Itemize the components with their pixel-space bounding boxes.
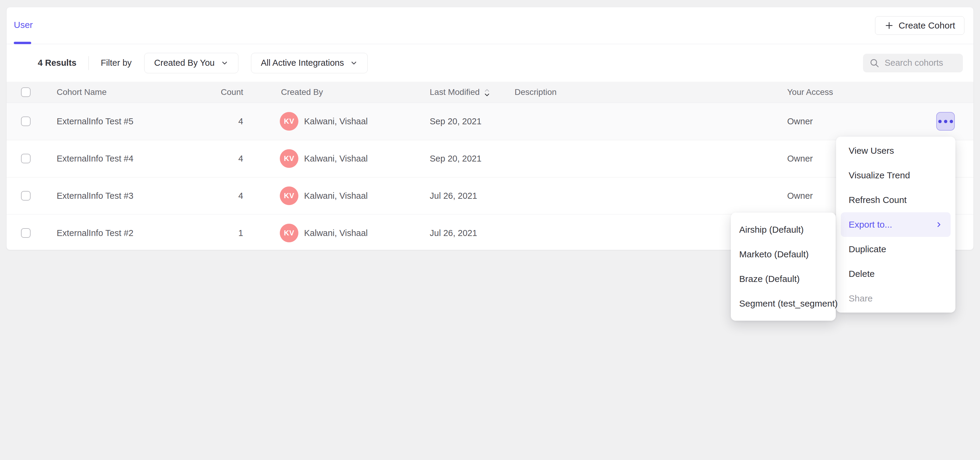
column-header-created-by: Created By [281, 87, 323, 97]
cohort-name-link[interactable]: ExternalInfo Test #4 [57, 154, 134, 164]
menu-item-delete[interactable]: Delete [836, 262, 955, 286]
cohort-count: 4 [175, 154, 243, 164]
row-actions-button[interactable] [936, 112, 955, 131]
filter-by-label: Filter by [101, 58, 132, 68]
checkbox-icon [21, 87, 30, 97]
select-all-checkbox[interactable] [21, 87, 30, 97]
row-checkbox[interactable] [21, 117, 30, 126]
avatar: KV [280, 112, 298, 131]
creator-name: Kalwani, Vishaal [304, 117, 368, 126]
column-header-cohort-name: Cohort Name [57, 87, 107, 97]
avatar-initials: KV [284, 229, 294, 237]
creator-name: Kalwani, Vishaal [304, 228, 368, 238]
menu-item-visualize-trend[interactable]: Visualize Trend [836, 163, 955, 188]
submenu-item-airship[interactable]: Airship (Default) [731, 217, 836, 242]
column-header-count: Count [175, 87, 243, 97]
row-checkbox[interactable] [21, 154, 30, 163]
last-modified-date: Jul 26, 2021 [430, 191, 477, 201]
tab-bar: User Create Cohort [6, 7, 974, 44]
chevron-down-icon [350, 59, 358, 67]
menu-item-duplicate[interactable]: Duplicate [836, 237, 955, 262]
created-by-filter-label: Created By You [154, 58, 215, 68]
search-box[interactable] [863, 54, 963, 72]
cohort-count: 4 [175, 117, 243, 126]
results-count: 4 Results [38, 58, 76, 68]
export-to-label: Export to... [849, 219, 892, 230]
avatar-initials: KV [284, 154, 294, 163]
create-cohort-label: Create Cohort [899, 21, 955, 30]
cohort-count: 1 [175, 228, 243, 238]
table-row: ExternalInfo Test #4 4 KV Kalwani, Visha… [6, 140, 974, 177]
search-icon [869, 58, 880, 69]
chevron-down-icon [221, 59, 229, 67]
avatar: KV [280, 224, 298, 242]
create-cohort-button[interactable]: Create Cohort [875, 16, 964, 35]
filter-toolbar: 4 Results Filter by Created By You All A… [6, 44, 974, 81]
cohort-name-link[interactable]: ExternalInfo Test #2 [57, 228, 134, 238]
creator-name: Kalwani, Vishaal [304, 191, 368, 201]
column-header-last-modified[interactable]: Last Modified [430, 87, 490, 97]
created-by-filter-dropdown[interactable]: Created By You [144, 53, 239, 73]
checkbox-icon [21, 191, 30, 201]
table-row: ExternalInfo Test #3 4 KV Kalwani, Visha… [6, 177, 974, 214]
cohort-count: 4 [175, 191, 243, 201]
last-modified-label: Last Modified [430, 87, 480, 97]
last-modified-date: Sep 20, 2021 [430, 154, 482, 164]
export-submenu: Airship (Default) Marketo (Default) Braz… [731, 212, 836, 321]
checkbox-icon [21, 117, 30, 126]
avatar: KV [280, 149, 298, 168]
table-header: Cohort Name Count Created By Last Modifi… [6, 81, 974, 103]
access-level: Owner [787, 117, 813, 126]
creator-name: Kalwani, Vishaal [304, 154, 368, 164]
menu-item-share: Share [836, 286, 955, 311]
submenu-item-marketo[interactable]: Marketo (Default) [731, 242, 836, 267]
cohort-name-link[interactable]: ExternalInfo Test #5 [57, 117, 134, 126]
row-checkbox[interactable] [21, 228, 30, 238]
column-header-your-access: Your Access [787, 87, 833, 97]
last-modified-date: Jul 26, 2021 [430, 228, 477, 238]
last-modified-date: Sep 20, 2021 [430, 117, 482, 126]
access-level: Owner [787, 191, 813, 201]
table-row: ExternalInfo Test #5 4 KV Kalwani, Visha… [6, 103, 974, 140]
avatar-initials: KV [284, 117, 294, 126]
menu-item-view-users[interactable]: View Users [836, 139, 955, 163]
menu-item-refresh-count[interactable]: Refresh Count [836, 188, 955, 212]
menu-item-export-to[interactable]: Export to... [841, 212, 951, 237]
cohort-name-link[interactable]: ExternalInfo Test #3 [57, 191, 134, 201]
chevron-right-icon [935, 221, 943, 228]
submenu-item-braze[interactable]: Braze (Default) [731, 267, 836, 291]
row-context-menu: View Users Visualize Trend Refresh Count… [836, 137, 955, 313]
submenu-item-segment[interactable]: Segment (test_segment) [731, 291, 836, 316]
more-options-icon [936, 112, 955, 131]
active-tab-underline [14, 42, 31, 44]
row-checkbox[interactable] [21, 191, 30, 201]
search-input[interactable] [884, 58, 957, 68]
sort-desc-icon [484, 89, 490, 97]
avatar-initials: KV [284, 192, 294, 200]
integrations-filter-dropdown[interactable]: All Active Integrations [251, 53, 368, 73]
avatar: KV [280, 187, 298, 205]
checkbox-icon [21, 154, 30, 163]
column-header-description: Description [515, 87, 557, 97]
plus-icon [885, 21, 894, 30]
integrations-filter-label: All Active Integrations [261, 58, 344, 68]
access-level: Owner [787, 154, 813, 164]
tab-user[interactable]: User [14, 20, 33, 30]
checkbox-icon [21, 228, 30, 238]
